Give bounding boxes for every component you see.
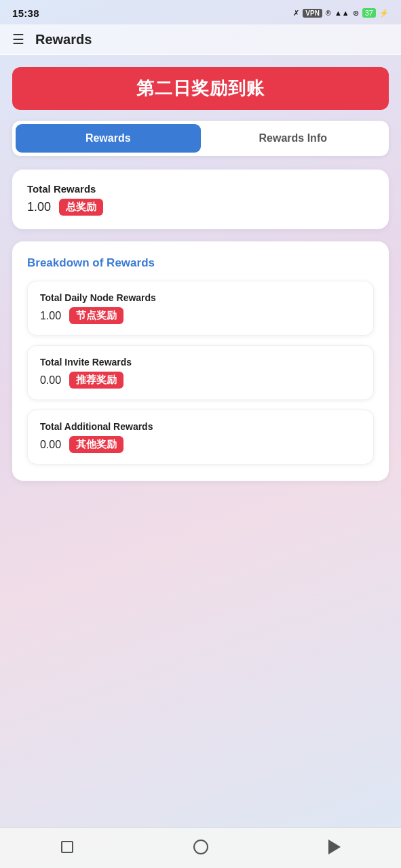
additional-rewards-card: Total Additional Rewards 0.00 其他奖励 (27, 410, 374, 465)
daily-node-label: Total Daily Node Rewards (40, 292, 361, 303)
charging-icon: ⚡ (379, 9, 389, 18)
breakdown-title: Breakdown of Rewards (27, 256, 374, 270)
hamburger-icon[interactable]: ☰ (12, 31, 24, 47)
navbar: ☰ Rewards (0, 24, 401, 55)
total-rewards-card: Total Rewards 1.00 总奖励 (12, 170, 389, 229)
bottom-nav-bar (0, 827, 401, 868)
invite-rewards-card: Total Invite Rewards 0.00 推荐奖励 (27, 345, 374, 400)
nav-back-button[interactable] (54, 833, 81, 861)
tab-switcher: Rewards Rewards Info (12, 121, 389, 156)
total-rewards-badge: 总奖励 (59, 199, 103, 216)
additional-value-row: 0.00 其他奖励 (40, 436, 361, 453)
status-time: 15:38 (12, 7, 39, 19)
registered-icon: ® (326, 9, 331, 17)
additional-badge: 其他奖励 (69, 436, 123, 453)
breakdown-card: Breakdown of Rewards Total Daily Node Re… (12, 241, 389, 481)
vpn-badge: VPN (303, 9, 322, 18)
status-bar: 15:38 ✗ VPN ® ▲▲ ⊛ 37 ⚡ (0, 0, 401, 24)
triangle-icon (328, 840, 341, 854)
tab-rewards-info[interactable]: Rewards Info (201, 124, 386, 153)
total-rewards-label: Total Rewards (27, 183, 374, 195)
page-title: Rewards (35, 32, 92, 47)
daily-node-badge: 节点奖励 (69, 307, 123, 324)
tab-rewards[interactable]: Rewards (16, 124, 201, 153)
additional-value: 0.00 (40, 439, 61, 451)
invite-badge: 推荐奖励 (69, 372, 123, 389)
invite-value: 0.00 (40, 374, 61, 387)
additional-label: Total Additional Rewards (40, 421, 361, 432)
circle-icon (193, 840, 208, 854)
total-rewards-value-row: 1.00 总奖励 (27, 199, 374, 216)
banner-text: 第二日奖励到账 (136, 78, 265, 98)
daily-node-value-row: 1.00 节点奖励 (40, 307, 361, 324)
total-rewards-value: 1.00 (27, 200, 51, 214)
status-icons: ✗ VPN ® ▲▲ ⊛ 37 ⚡ (293, 8, 389, 18)
banner: 第二日奖励到账 (12, 67, 389, 110)
nav-home-button[interactable] (187, 833, 214, 861)
invite-value-row: 0.00 推荐奖励 (40, 372, 361, 389)
daily-node-value: 1.00 (40, 310, 61, 322)
wifi-icon: ⊛ (353, 9, 359, 18)
square-icon (61, 841, 73, 853)
battery-indicator: 37 (362, 8, 376, 18)
nav-forward-button[interactable] (321, 833, 348, 861)
bluetooth-icon: ✗ (293, 9, 299, 18)
signal-icon: ▲▲ (335, 9, 349, 17)
daily-node-rewards-card: Total Daily Node Rewards 1.00 节点奖励 (27, 281, 374, 336)
invite-label: Total Invite Rewards (40, 357, 361, 368)
main-content: 第二日奖励到账 Rewards Rewards Info Total Rewar… (0, 55, 401, 827)
